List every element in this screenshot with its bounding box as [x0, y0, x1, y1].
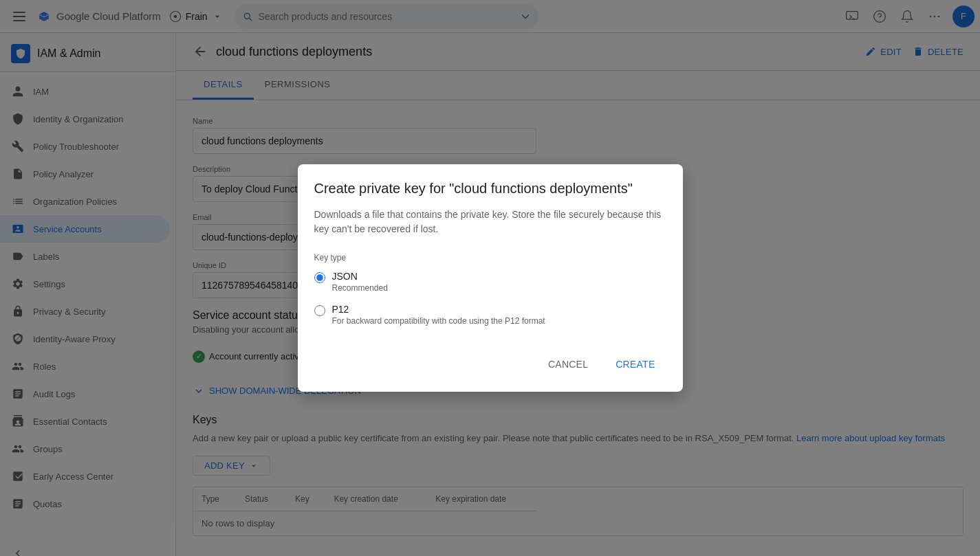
modal-title: Create private key for "cloud functions … — [314, 181, 666, 197]
json-sublabel: Recommended — [332, 283, 388, 293]
p12-sublabel: For backward compatibility with code usi… — [332, 316, 545, 326]
create-button[interactable]: CREATE — [605, 353, 666, 375]
json-option: JSON Recommended — [314, 271, 666, 293]
modal-description: Downloads a file that contains the priva… — [314, 208, 666, 236]
key-type-label: Key type — [314, 253, 666, 263]
cancel-button[interactable]: CANCEL — [537, 353, 599, 375]
p12-radio[interactable] — [314, 305, 325, 316]
p12-label: P12 — [332, 304, 545, 315]
create-key-modal: Create private key for "cloud functions … — [298, 164, 683, 392]
modal-actions: CANCEL CREATE — [314, 342, 666, 375]
json-label: JSON — [332, 271, 388, 282]
p12-option: P12 For backward compatibility with code… — [314, 304, 666, 326]
modal-overlay: Create private key for "cloud functions … — [0, 0, 980, 556]
json-radio[interactable] — [314, 272, 325, 283]
